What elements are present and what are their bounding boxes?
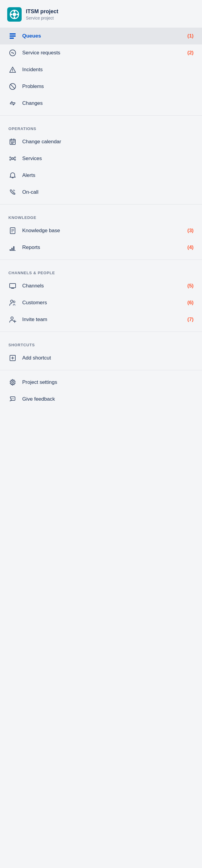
svg-rect-19: [12, 142, 13, 143]
svg-rect-37: [11, 248, 12, 250]
give-feedback-icon: [8, 395, 17, 403]
project-type: Service project: [26, 15, 58, 21]
alerts-icon: [8, 171, 17, 180]
nav-item-add-shortcut[interactable]: Add shortcut: [0, 350, 202, 366]
alerts-label: Alerts: [22, 173, 194, 178]
change-calendar-icon: [8, 137, 17, 146]
project-info: ITSM project Service project: [26, 8, 58, 21]
project-settings-label: Project settings: [22, 379, 194, 385]
invite-team-badge: (7): [187, 316, 194, 322]
service-requests-label: Service requests: [22, 50, 182, 56]
svg-rect-3: [14, 17, 15, 19]
customers-label: Customers: [22, 300, 182, 306]
project-settings-icon: [8, 378, 17, 386]
channels-icon: [8, 282, 17, 290]
queues-icon: [8, 32, 17, 40]
svg-point-44: [10, 300, 13, 303]
customers-icon: [8, 299, 17, 307]
nav-item-alerts[interactable]: Alerts: [0, 167, 202, 184]
changes-icon: [8, 99, 17, 107]
nav-item-customers[interactable]: Customers (6): [0, 294, 202, 311]
nav-item-service-requests[interactable]: Service requests (2): [0, 44, 202, 61]
on-call-label: On-call: [22, 189, 194, 195]
nav-item-changes[interactable]: Changes: [0, 95, 202, 112]
svg-rect-7: [10, 35, 16, 37]
svg-point-54: [12, 398, 13, 399]
section-header-shortcuts: SHORTCUTS: [0, 336, 202, 350]
svg-point-46: [11, 317, 13, 319]
add-shortcut-label: Add shortcut: [22, 355, 194, 361]
divider-operations: [0, 115, 202, 116]
svg-rect-6: [10, 33, 16, 35]
svg-point-27: [15, 159, 16, 160]
project-header: ITSM project Service project: [0, 0, 202, 28]
nav-item-invite-team[interactable]: Invite team (7): [0, 311, 202, 328]
svg-point-1: [12, 12, 16, 16]
channels-badge: (5): [187, 283, 194, 289]
svg-rect-22: [12, 143, 13, 144]
svg-rect-2: [14, 10, 15, 12]
svg-point-11: [12, 71, 13, 72]
nav-item-project-settings[interactable]: Project settings: [0, 374, 202, 391]
nav-item-give-feedback[interactable]: Give feedback: [0, 391, 202, 408]
problems-icon: [8, 82, 17, 91]
svg-point-23: [12, 158, 13, 159]
sidebar: ITSM project Service project Queues (1) …: [0, 0, 202, 408]
add-shortcut-icon: [8, 354, 17, 362]
project-logo: [7, 7, 22, 22]
services-icon: [8, 154, 17, 163]
divider-shortcuts: [0, 332, 202, 332]
nav-item-on-call[interactable]: On-call: [0, 184, 202, 200]
nav-item-incidents[interactable]: Incidents: [0, 61, 202, 78]
queues-label: Queues: [22, 33, 182, 39]
service-requests-icon: [8, 49, 17, 57]
nav-item-channels[interactable]: Channels (5): [0, 278, 202, 294]
nav-item-services[interactable]: Services: [0, 150, 202, 167]
invite-team-label: Invite team: [22, 316, 182, 322]
give-feedback-label: Give feedback: [22, 396, 194, 402]
svg-point-25: [15, 157, 16, 158]
project-name: ITSM project: [26, 8, 58, 15]
svg-rect-18: [11, 142, 12, 143]
svg-rect-5: [17, 14, 19, 15]
knowledge-base-badge: (3): [187, 228, 194, 234]
reports-label: Reports: [22, 245, 182, 250]
nav-item-knowledge-base[interactable]: Knowledge base (3): [0, 222, 202, 239]
incidents-label: Incidents: [22, 67, 194, 73]
on-call-icon: [8, 188, 17, 196]
svg-rect-8: [10, 37, 14, 39]
customers-badge: (6): [187, 300, 194, 306]
svg-rect-4: [10, 14, 12, 15]
invite-team-icon: [8, 315, 17, 324]
channels-label: Channels: [22, 283, 182, 289]
svg-point-52: [12, 381, 13, 383]
nav-item-reports[interactable]: Reports (4): [0, 239, 202, 256]
change-calendar-label: Change calendar: [22, 139, 194, 145]
service-requests-badge: (2): [187, 50, 194, 56]
knowledge-base-icon: [8, 226, 17, 235]
svg-rect-21: [11, 143, 12, 144]
nav-item-change-calendar[interactable]: Change calendar: [0, 133, 202, 150]
svg-point-24: [10, 157, 11, 158]
svg-line-13: [10, 84, 15, 89]
section-header-channels: CHANNELS & PEOPLE: [0, 264, 202, 278]
svg-point-45: [13, 301, 15, 303]
section-header-knowledge: KNOWLEDGE: [0, 208, 202, 222]
svg-point-26: [10, 159, 11, 160]
svg-point-55: [13, 398, 14, 399]
section-header-operations: OPERATIONS: [0, 119, 202, 133]
svg-point-53: [11, 398, 12, 399]
nav-item-problems[interactable]: Problems: [0, 78, 202, 95]
svg-rect-41: [10, 283, 16, 288]
queues-badge: (1): [187, 33, 194, 39]
incidents-icon: [8, 65, 17, 74]
divider-channels: [0, 259, 202, 260]
changes-label: Changes: [22, 100, 194, 106]
svg-rect-20: [13, 142, 15, 143]
knowledge-base-label: Knowledge base: [22, 228, 182, 234]
services-label: Services: [22, 156, 194, 162]
nav-item-queues[interactable]: Queues (1): [0, 28, 202, 44]
divider-knowledge: [0, 204, 202, 205]
divider-bottom: [0, 370, 202, 370]
reports-icon: [8, 243, 17, 252]
